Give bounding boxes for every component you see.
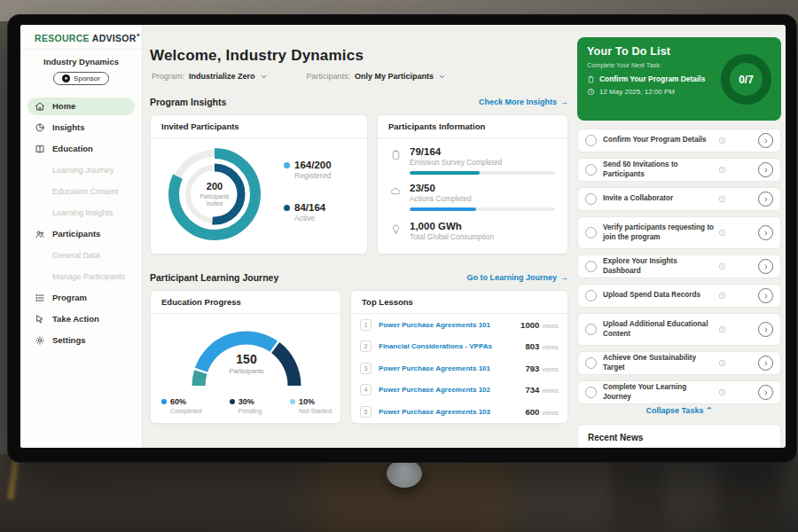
sidebar-item-take-action[interactable]: Take Action <box>27 310 135 328</box>
task-checkbox[interactable] <box>585 135 597 146</box>
task-checkbox[interactable] <box>585 227 597 239</box>
lesson-link[interactable]: Power Purchase Agreements 101 <box>379 364 490 372</box>
info-icon[interactable] <box>718 262 726 270</box>
task-open-button[interactable] <box>758 356 773 371</box>
sidebar-item-education-content[interactable]: Education Content <box>27 183 135 200</box>
task-row: Achieve One Sustainability Target <box>577 351 781 375</box>
info-icon[interactable] <box>718 229 726 237</box>
sidebar: RESOURCE ADVISOR+ Industry Dynamics ● Sp… <box>20 25 143 448</box>
education-progress-gauge: 150 Participants <box>180 317 313 391</box>
lesson-views-count: 734 <box>525 385 539 395</box>
task-row: Explore Your Insights Dashboard <box>577 254 781 278</box>
sidebar-item-general-data[interactable]: General Data <box>27 246 135 264</box>
task-checkbox[interactable] <box>585 324 597 335</box>
collapse-tasks-link[interactable]: Collapse Tasks ⌃ <box>577 406 781 415</box>
sidebar-item-label: Manage Participants <box>52 272 125 281</box>
card-title: Invited Participants <box>151 115 367 138</box>
gear-icon <box>35 335 45 346</box>
lesson-rank: 3 <box>360 363 372 374</box>
task-open-button[interactable] <box>758 322 773 337</box>
lesson-views-count: 803 <box>525 341 539 351</box>
info-icon[interactable] <box>718 325 726 333</box>
program-filter[interactable]: Program: Industrialize Zero <box>152 72 268 81</box>
task-open-button[interactable] <box>758 385 773 400</box>
chevron-up-icon: ⌃ <box>706 406 713 415</box>
lesson-link[interactable]: Power Purchase Agreements 103 <box>379 408 490 416</box>
stat-global-consumption: 1,000 GWh Total Global Consumption <box>378 221 567 241</box>
task-open-button[interactable] <box>758 288 773 303</box>
legend-dot <box>284 205 290 211</box>
collapse-label: Collapse Tasks <box>646 406 704 415</box>
task-checkbox[interactable] <box>585 193 597 205</box>
program-insights-header: Program Insights Check More Insights → <box>150 97 568 107</box>
lesson-row: 5 Power Purchase Agreements 103 600views <box>351 401 567 423</box>
clock-icon <box>587 88 595 96</box>
info-icon[interactable] <box>718 292 726 300</box>
chevron-right-icon <box>763 360 770 367</box>
task-checkbox[interactable] <box>585 164 597 176</box>
task-open-button[interactable] <box>758 192 773 207</box>
link-label: Go to Learning Journey <box>466 273 557 282</box>
recent-news-card: Recent News <box>577 424 781 448</box>
chevron-down-icon <box>438 73 446 81</box>
task-checkbox[interactable] <box>585 357 597 369</box>
info-icon[interactable] <box>718 359 726 367</box>
task-checkbox[interactable] <box>585 387 597 398</box>
lesson-views-word: views <box>542 409 559 417</box>
background-shadow <box>718 457 780 532</box>
lesson-views-count: 793 <box>525 364 539 373</box>
clipboard-icon <box>587 75 595 83</box>
sidebar-item-learning-journey[interactable]: Learning Journey <box>27 161 135 179</box>
participants-filter-value: Only My Participants <box>355 72 434 81</box>
card-title: Top Lessons <box>351 291 567 314</box>
chevron-right-icon <box>763 230 770 237</box>
info-icon[interactable] <box>718 388 726 396</box>
sidebar-item-insights[interactable]: Insights <box>27 119 135 137</box>
sidebar-item-manage-participants[interactable]: Manage Participants <box>27 268 135 286</box>
task-label: Complete Your Learning Journey <box>603 383 716 402</box>
lesson-row: 4 Power Purchase Agreements 102 734views <box>351 379 567 402</box>
sidebar-item-learning-insights[interactable]: Learning Insights <box>27 204 135 222</box>
task-row: Complete Your Learning Journey <box>577 380 781 404</box>
task-checkbox[interactable] <box>585 261 597 272</box>
chevron-right-icon <box>763 137 770 145</box>
sidebar-item-settings[interactable]: Settings <box>27 332 135 349</box>
sidebar-item-education[interactable]: Education <box>27 140 135 158</box>
legend-label: Pending <box>239 407 262 415</box>
card-title: Education Progress <box>151 291 340 314</box>
lesson-link[interactable]: Power Purchase Agreements 101 <box>379 321 490 329</box>
stat-label: Actions Completed <box>410 194 555 203</box>
info-icon[interactable] <box>718 195 726 203</box>
sidebar-item-participants[interactable]: Participants <box>27 225 135 243</box>
sidebar-item-home[interactable]: Home <box>27 98 135 115</box>
stat-emission-survey: 79/164 Emission Survey Completed <box>378 146 567 175</box>
home-icon <box>35 101 45 112</box>
stat-actions-completed: 23/50 Actions Completed <box>378 183 567 211</box>
lesson-views-count: 1000 <box>520 320 539 330</box>
task-row: Send 50 Invitations to Participants <box>577 158 781 182</box>
info-icon[interactable] <box>718 166 726 174</box>
stat-label: Emission Survey Completed <box>410 158 555 167</box>
info-icon[interactable] <box>718 137 726 145</box>
task-open-button[interactable] <box>758 259 773 274</box>
task-checkbox[interactable] <box>585 290 597 301</box>
task-open-button[interactable] <box>758 133 773 148</box>
chevron-right-icon <box>763 167 770 174</box>
lesson-link[interactable]: Financial Considerations - VPPAs <box>379 342 492 350</box>
lesson-views-word: views <box>542 387 559 395</box>
task-row: Invite a Collaborator <box>577 187 781 211</box>
legend-value: 84/164 <box>294 202 325 213</box>
go-to-learning-journey-link[interactable]: Go to Learning Journey → <box>466 273 568 282</box>
desk-scene: RESOURCE ADVISOR+ Industry Dynamics ● Sp… <box>0 0 798 532</box>
lesson-link[interactable]: Power Purchase Agreements 102 <box>379 386 490 394</box>
participants-filter[interactable]: Participants: Only My Participants <box>307 72 447 81</box>
task-open-button[interactable] <box>758 225 773 240</box>
logo-text-secondary: ADVISOR <box>92 33 137 43</box>
lesson-row: 1 Power Purchase Agreements 101 1000view… <box>351 314 567 336</box>
sidebar-item-program[interactable]: Program <box>27 289 135 307</box>
check-more-insights-link[interactable]: Check More Insights → <box>479 98 568 106</box>
legend-dot <box>284 162 290 168</box>
task-open-button[interactable] <box>758 162 773 177</box>
task-label: Upload Additional Educational Content <box>603 320 716 339</box>
role-badge-wrap: ● Sponsor <box>20 72 142 85</box>
